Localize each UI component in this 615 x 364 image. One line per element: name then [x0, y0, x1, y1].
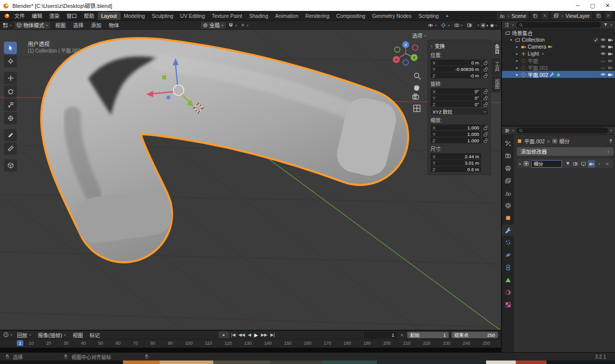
- outliner-row-plane-001[interactable]: ▸ 平面.001: [502, 64, 615, 71]
- tab-constraints[interactable]: [502, 262, 514, 273]
- tab-world[interactable]: [502, 200, 514, 211]
- menu-file[interactable]: 文件: [11, 12, 28, 19]
- scale-y-field[interactable]: Y1.000: [430, 131, 481, 137]
- tool-3d-cursor[interactable]: [4, 55, 17, 67]
- menu-render[interactable]: 渲染: [46, 12, 63, 19]
- outliner-row-collection[interactable]: ▾ Collection: [502, 36, 615, 43]
- tab-uv-editing[interactable]: UV Editing: [177, 12, 208, 20]
- tab-output[interactable]: [502, 163, 514, 174]
- jump-to-end-button[interactable]: ▶|: [270, 332, 275, 337]
- magnet-object[interactable]: [72, 57, 400, 245]
- tab-scene[interactable]: [502, 187, 514, 198]
- lock-icon[interactable]: [482, 101, 488, 107]
- current-frame-marker[interactable]: 1: [17, 340, 23, 346]
- object-visibility-dropdown[interactable]: ∨: [428, 22, 437, 28]
- eye-closed-icon[interactable]: [600, 64, 606, 70]
- menu-select[interactable]: 选择: [70, 21, 86, 29]
- pin-icon[interactable]: [608, 138, 614, 144]
- camera-toggle-icon[interactable]: [608, 65, 613, 70]
- maximize-button[interactable]: ▢: [585, 0, 600, 11]
- tool-move[interactable]: [4, 72, 17, 84]
- outliner-row-camera[interactable]: ▸ Camera: [502, 43, 615, 50]
- outliner-row-plane[interactable]: ▸ 平面: [502, 57, 615, 64]
- outliner-search-input[interactable]: [516, 22, 601, 28]
- snap-toggle[interactable]: ∨: [228, 22, 237, 28]
- breadcrumb-object[interactable]: 平面.002: [524, 137, 545, 145]
- frame-start-field[interactable]: 起始 1: [407, 332, 449, 338]
- expand-icon[interactable]: ▸: [519, 162, 521, 166]
- keying-set-icon[interactable]: [399, 332, 405, 338]
- outliner-row-plane-002-selected[interactable]: ▸ 平面.002: [502, 71, 615, 78]
- menu-playback[interactable]: 回放∨: [15, 331, 33, 339]
- properties-editor-icon[interactable]: [504, 128, 510, 133]
- tab-texture[interactable]: [502, 299, 514, 310]
- tab-geometry-nodes[interactable]: Geometry Nodes: [369, 12, 415, 20]
- tab-texture-paint[interactable]: Texture Paint: [208, 12, 246, 20]
- sidebar-tab-tool[interactable]: 工具: [492, 58, 500, 75]
- tab-render[interactable]: [502, 150, 514, 161]
- shading-wireframe-icon[interactable]: ○: [477, 23, 480, 28]
- lock-icon[interactable]: [482, 72, 488, 78]
- dimension-x-field[interactable]: X2.44 m: [430, 153, 481, 159]
- remove-viewlayer-button[interactable]: [605, 12, 612, 19]
- tab-object-data[interactable]: [502, 274, 514, 285]
- lock-icon[interactable]: [482, 88, 488, 94]
- eye-icon[interactable]: [600, 71, 606, 77]
- jump-to-start-button[interactable]: |◀: [231, 332, 236, 337]
- play-button[interactable]: ▶: [254, 332, 258, 338]
- eye-closed-icon[interactable]: [600, 58, 606, 63]
- tool-transform[interactable]: [4, 112, 17, 124]
- modifier-name-field[interactable]: 细分: [531, 160, 562, 168]
- options-dropdown[interactable]: 选项∨: [412, 32, 427, 39]
- lock-icon[interactable]: [482, 124, 488, 130]
- camera-toggle-icon[interactable]: [608, 37, 613, 43]
- new-viewlayer-button[interactable]: [595, 12, 602, 19]
- lock-icon[interactable]: [482, 66, 488, 72]
- rotation-x-field[interactable]: X0°: [430, 88, 481, 94]
- position-x-field[interactable]: X0 m: [430, 60, 481, 65]
- timeline-ruler[interactable]: 1 10203040506070809010011012013014015016…: [0, 339, 501, 348]
- object-icon[interactable]: [517, 138, 522, 144]
- position-z-field[interactable]: Z-0 m: [430, 72, 481, 78]
- show-on-cage-toggle[interactable]: [564, 160, 571, 168]
- modifier-icon[interactable]: [552, 138, 557, 144]
- overlays-dropdown[interactable]: ∨: [454, 22, 463, 28]
- menu-keying[interactable]: 报像(插帧)∨: [36, 331, 68, 339]
- new-scene-button[interactable]: [531, 12, 539, 19]
- lock-icon[interactable]: [482, 95, 488, 101]
- current-frame-field[interactable]: 1: [364, 332, 397, 338]
- viewport-canvas-region[interactable]: X Y Z: [0, 30, 501, 330]
- frame-end-field[interactable]: 结束点 250: [451, 332, 498, 338]
- transform-orientation-dropdown[interactable]: 全局∨: [201, 22, 226, 29]
- viewlayer-selector[interactable]: ∨ ViewLayer: [551, 12, 592, 19]
- add-modifier-button[interactable]: 添加修改器 ∨: [517, 147, 614, 156]
- eye-icon[interactable]: [600, 37, 606, 43]
- editor-type-button[interactable]: ∨: [2, 22, 12, 28]
- rotation-mode-dropdown[interactable]: XYZ 欧拉∨: [430, 108, 488, 115]
- gizmos-dropdown[interactable]: ∨: [440, 22, 450, 28]
- shading-mode-switch[interactable]: ○ ● ◐ ◉ ∨: [476, 22, 498, 29]
- tab-shading[interactable]: Shading: [246, 12, 272, 20]
- show-in-editmode-toggle[interactable]: [572, 160, 579, 168]
- lock-icon[interactable]: [482, 60, 488, 65]
- tool-add-cube[interactable]: [4, 159, 17, 172]
- filter-icon[interactable]: [603, 22, 608, 27]
- tab-tool[interactable]: [502, 138, 514, 149]
- tab-view-layer[interactable]: [502, 175, 514, 186]
- next-keyframe-button[interactable]: ▶▶: [261, 332, 267, 337]
- sidebar-tab-item[interactable]: 条目: [492, 41, 500, 58]
- outliner-row-scene-collection[interactable]: 场景集合: [502, 29, 615, 36]
- breadcrumb-modifier[interactable]: 细分: [559, 137, 570, 145]
- shading-rendered-icon[interactable]: ◉: [490, 23, 494, 28]
- play-reverse-button[interactable]: ◀: [248, 332, 251, 337]
- add-workspace-button[interactable]: +: [442, 12, 452, 20]
- tab-modeling[interactable]: Modeling: [121, 12, 149, 20]
- prev-keyframe-button[interactable]: ◀◀: [239, 332, 245, 337]
- rotation-z-field[interactable]: Z0°: [430, 101, 481, 107]
- sidebar-tab-view[interactable]: 视图: [492, 75, 500, 92]
- menu-help[interactable]: 帮助: [80, 12, 98, 19]
- tool-measure[interactable]: [4, 142, 17, 155]
- mode-dropdown[interactable]: 物体模式∨: [14, 22, 50, 29]
- tab-material[interactable]: [502, 287, 514, 298]
- navigation-gizmo[interactable]: X Y Z: [393, 41, 418, 65]
